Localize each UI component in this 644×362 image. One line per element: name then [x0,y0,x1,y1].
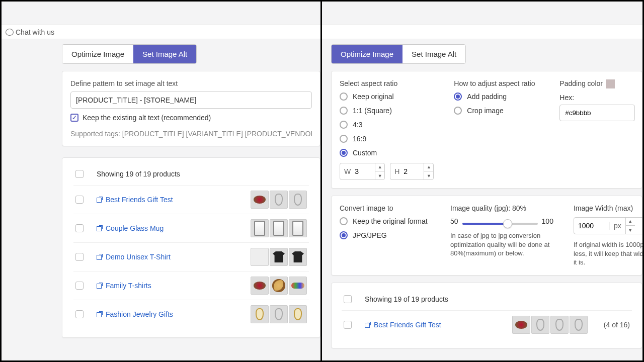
thumb[interactable] [570,316,588,334]
row-checkbox[interactable] [344,321,352,329]
thumb[interactable] [289,248,307,266]
radio-icon [454,107,462,115]
thumb[interactable] [270,219,288,237]
radio-icon [340,121,348,129]
external-link-icon [97,254,103,260]
thumb[interactable] [531,316,549,334]
thumb[interactable] [512,316,530,334]
thumbnails [251,219,307,237]
radio-16-9[interactable]: 16:9 [340,135,434,143]
row-checkbox[interactable] [75,282,84,290]
showing-label: Showing 19 of 19 products [97,170,180,178]
product-list-left: Showing 19 of 19 products Best Friends G… [62,157,320,338]
hex-input[interactable] [559,105,635,121]
thumb[interactable] [289,305,307,323]
width-title: Image Width (max) [574,204,642,212]
thumb[interactable] [251,248,269,266]
define-pattern-label: Define pattern to set image alt text [70,79,312,87]
spin-down-icon[interactable]: ▼ [626,226,635,234]
radio-icon [340,231,348,239]
spin-down-icon[interactable]: ▼ [424,171,433,180]
convert-card: Convert image to Keep the original forma… [331,196,642,276]
radio-icon [454,93,462,101]
external-link-icon [97,225,103,231]
row-checkbox[interactable] [75,196,84,204]
radio-keep-original[interactable]: Keep original [340,93,434,101]
quality-slider[interactable] [462,218,538,225]
padding-color-title: Padding color [559,79,635,88]
thumb[interactable] [270,248,288,266]
tab-set-alt[interactable]: Set Image Alt [403,45,465,63]
unit-label: px [609,222,625,230]
spin-up-icon[interactable]: ▲ [375,163,384,171]
select-all-checkbox[interactable] [344,295,352,303]
external-link-icon [97,197,103,203]
color-swatch[interactable] [606,79,615,88]
width-stepper[interactable]: W ▲▼ [340,163,385,180]
row-checkbox[interactable] [75,253,84,261]
list-item: Demo Unisex T-Shirt [73,242,309,271]
thumb[interactable] [251,219,269,237]
thumb[interactable] [289,191,307,209]
tab-set-alt[interactable]: Set Image Alt [133,45,196,63]
product-link[interactable]: Demo Unisex T-Shirt [97,253,237,261]
list-item: Best Friends Gift Test [73,185,309,214]
chat-icon [6,29,14,36]
external-link-icon [97,311,103,317]
radio-keep-format[interactable]: Keep the original format [340,217,430,225]
thumb[interactable] [251,277,269,295]
product-link[interactable]: Fashion Jewelry Gifts [97,310,237,318]
width-input[interactable] [355,167,375,175]
quality-title: Image quality (jpg): 80% [450,204,553,212]
thumb[interactable] [270,277,288,295]
thumb[interactable] [251,305,269,323]
topbar [322,2,642,25]
chat-bar[interactable]: Chat with us [2,25,320,39]
tabs-left: Optimize Image Set Image Alt [62,44,197,64]
tab-optimize[interactable]: Optimize Image [332,45,403,63]
max-width-input[interactable] [574,222,609,230]
product-link[interactable]: Family T-shirts [97,282,237,290]
checkbox-icon [70,114,78,122]
max-width-stepper[interactable]: px ▲▼ [574,217,642,234]
hex-label: Hex: [559,94,635,102]
select-all-checkbox[interactable] [75,170,84,178]
row-checkbox[interactable] [75,224,84,232]
external-link-icon [365,322,371,328]
chat-label: Chat with us [16,28,54,36]
quality-max: 100 [542,217,553,225]
height-stepper[interactable]: H ▲▼ [390,163,434,180]
pattern-input[interactable] [70,92,312,109]
thumb[interactable] [289,277,307,295]
radio-4-3[interactable]: 4:3 [340,121,434,129]
radio-custom[interactable]: Custom [340,149,434,157]
radio-crop[interactable]: Crop image [454,107,539,115]
thumb[interactable] [251,191,269,209]
thumb[interactable] [289,219,307,237]
radio-icon [340,217,348,225]
quality-note: In case of jpg to jpg conversion optimiz… [450,231,551,258]
thumb[interactable] [270,305,288,323]
aspect-title: Select aspect ratio [340,79,434,87]
product-list-right: Showing 19 of 19 products Best Friends G… [331,283,642,348]
radio-jpg[interactable]: JPG/JPEG [340,231,430,239]
thumbnails [251,277,307,295]
radio-add-padding[interactable]: Add padding [454,93,539,101]
row-checkbox[interactable] [75,310,84,318]
product-link[interactable]: Best Friends Gift Test [97,196,237,204]
supported-tags: Supported tags: [PRODUCT_TITLE] [VARIANT… [70,130,312,138]
thumb[interactable] [270,191,288,209]
keep-existing-checkbox[interactable]: Keep the existing alt text (recommended) [70,114,312,122]
product-link[interactable]: Couple Glass Mug [97,224,237,232]
spin-up-icon[interactable]: ▲ [424,163,433,171]
list-item: Couple Glass Mug [73,214,309,242]
thumb[interactable] [550,316,569,334]
spin-down-icon[interactable]: ▼ [375,171,384,180]
tab-optimize[interactable]: Optimize Image [62,45,133,63]
radio-1-1[interactable]: 1:1 (Square) [340,107,434,115]
height-input[interactable] [404,167,424,175]
spin-up-icon[interactable]: ▲ [626,217,635,226]
product-link[interactable]: Best Friends Gift Test [365,321,499,329]
thumbnails [251,248,307,266]
list-item: Family T-shirts [73,271,309,300]
